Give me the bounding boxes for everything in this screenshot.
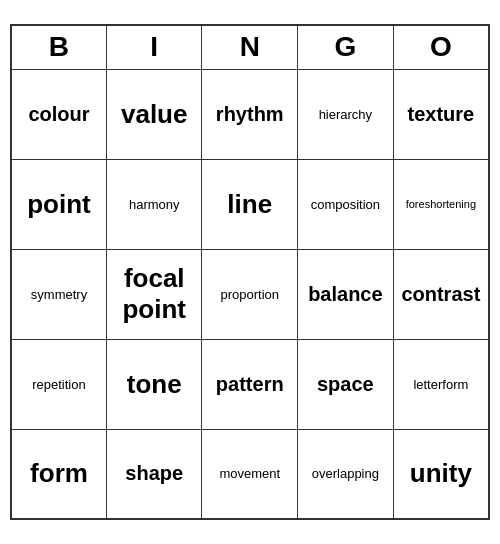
header-b: B (11, 25, 106, 69)
cell-r1-c2: line (202, 159, 298, 249)
cell-r3-c3: space (298, 339, 394, 429)
cell-r1-c0: point (11, 159, 106, 249)
cell-r1-c3: composition (298, 159, 394, 249)
bingo-card: B I N G O colourvaluerhythmhierarchytext… (10, 24, 490, 520)
header-o: O (393, 25, 489, 69)
bingo-header: B I N G O (11, 25, 489, 69)
cell-r3-c2: pattern (202, 339, 298, 429)
bingo-body: colourvaluerhythmhierarchytexturepointha… (11, 69, 489, 519)
cell-r0-c1: value (106, 69, 202, 159)
cell-r3-c4: letterform (393, 339, 489, 429)
cell-r4-c4: unity (393, 429, 489, 519)
cell-r0-c3: hierarchy (298, 69, 394, 159)
cell-r4-c3: overlapping (298, 429, 394, 519)
header-i: I (106, 25, 202, 69)
header-g: G (298, 25, 394, 69)
cell-r2-c4: contrast (393, 249, 489, 339)
cell-r4-c0: form (11, 429, 106, 519)
cell-r0-c4: texture (393, 69, 489, 159)
cell-r4-c1: shape (106, 429, 202, 519)
cell-r1-c4: foreshortening (393, 159, 489, 249)
header-n: N (202, 25, 298, 69)
cell-r2-c2: proportion (202, 249, 298, 339)
cell-r0-c2: rhythm (202, 69, 298, 159)
bingo-row-4: formshapemovementoverlappingunity (11, 429, 489, 519)
cell-r0-c0: colour (11, 69, 106, 159)
cell-r2-c1: focal point (106, 249, 202, 339)
cell-r1-c1: harmony (106, 159, 202, 249)
cell-r2-c3: balance (298, 249, 394, 339)
cell-r2-c0: symmetry (11, 249, 106, 339)
bingo-row-1: pointharmonylinecompositionforeshortenin… (11, 159, 489, 249)
bingo-row-3: repetitiontonepatternspaceletterform (11, 339, 489, 429)
bingo-row-2: symmetryfocal pointproportionbalancecont… (11, 249, 489, 339)
header-row: B I N G O (11, 25, 489, 69)
cell-r4-c2: movement (202, 429, 298, 519)
bingo-row-0: colourvaluerhythmhierarchytexture (11, 69, 489, 159)
cell-r3-c1: tone (106, 339, 202, 429)
cell-r3-c0: repetition (11, 339, 106, 429)
